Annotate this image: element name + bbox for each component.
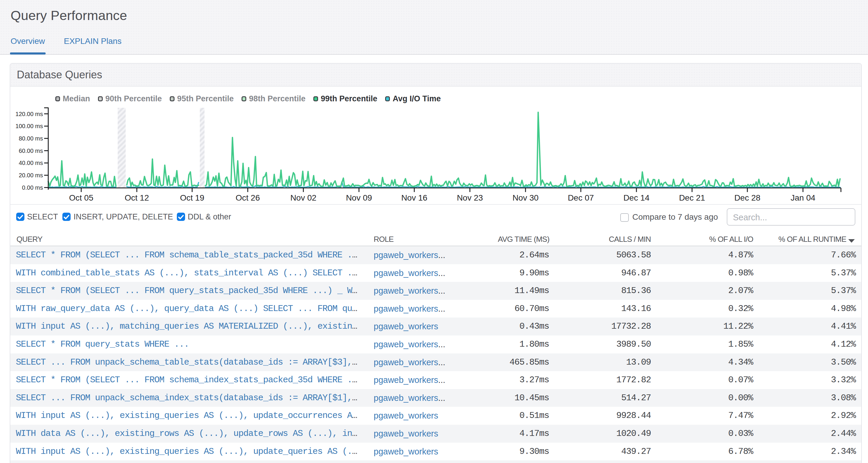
svg-text:Nov 09: Nov 09 xyxy=(346,193,372,202)
svg-text:Nov 23: Nov 23 xyxy=(457,193,483,202)
svg-text:Oct 26: Oct 26 xyxy=(236,193,260,202)
svg-text:Oct 05: Oct 05 xyxy=(69,193,93,202)
svg-text:120.00 ms: 120.00 ms xyxy=(16,111,43,117)
svg-text:Nov 16: Nov 16 xyxy=(401,193,428,202)
svg-text:0.00 ms: 0.00 ms xyxy=(22,184,43,191)
svg-text:Jan 04: Jan 04 xyxy=(790,193,815,202)
svg-text:100.00 ms: 100.00 ms xyxy=(16,123,43,129)
svg-text:Oct 19: Oct 19 xyxy=(180,193,204,202)
svg-text:Nov 30: Nov 30 xyxy=(513,193,539,202)
svg-text:40.00 ms: 40.00 ms xyxy=(19,160,43,166)
svg-text:80.00 ms: 80.00 ms xyxy=(19,135,43,142)
svg-text:20.00 ms: 20.00 ms xyxy=(19,172,43,178)
svg-text:Nov 02: Nov 02 xyxy=(290,193,317,202)
svg-text:Dec 21: Dec 21 xyxy=(679,193,705,202)
svg-text:Dec 14: Dec 14 xyxy=(623,193,650,202)
svg-text:60.00 ms: 60.00 ms xyxy=(19,148,43,154)
svg-text:Dec 28: Dec 28 xyxy=(735,193,761,202)
svg-text:Dec 07: Dec 07 xyxy=(568,193,594,202)
svg-text:Oct 12: Oct 12 xyxy=(125,193,149,202)
